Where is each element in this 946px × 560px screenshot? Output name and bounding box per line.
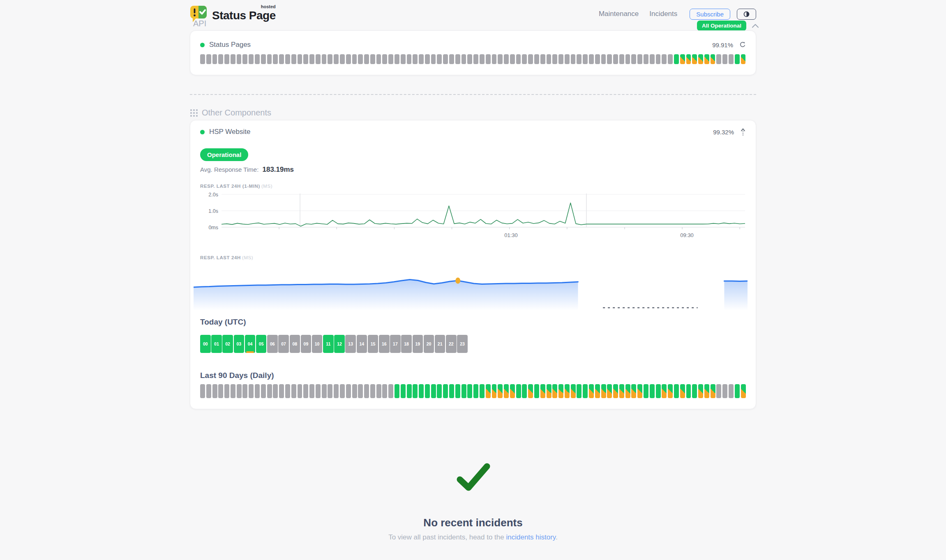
today-title: Today (UTC) xyxy=(200,318,746,327)
uptime-bar xyxy=(711,384,715,398)
uptime-bar xyxy=(334,54,339,64)
uptime-bar xyxy=(388,384,393,398)
hour-label: 01 xyxy=(214,341,219,346)
response-time-line-chart[interactable]: 2.0s1.0s0ms01:3009:30 xyxy=(200,191,747,241)
uptime-bar xyxy=(298,54,302,64)
uptime-bar xyxy=(480,54,485,64)
logo-superscript: hosted xyxy=(261,4,276,9)
uptime-bar xyxy=(407,54,412,64)
trend-up-icon xyxy=(740,128,746,136)
uptime-bar-strip[interactable] xyxy=(200,54,746,64)
svg-text:1.0s: 1.0s xyxy=(208,208,218,214)
component-row: HSP Website 99.32% xyxy=(200,128,746,136)
status-dot xyxy=(200,130,205,134)
hour-label: 03 xyxy=(236,341,241,346)
uptime-bar xyxy=(224,54,229,64)
uptime-bar xyxy=(473,54,478,64)
uptime-bar xyxy=(565,54,570,64)
uptime-bar xyxy=(200,384,205,398)
refresh-button[interactable] xyxy=(739,41,746,48)
uptime-bar xyxy=(437,54,442,64)
uptime-bar xyxy=(352,54,357,64)
hour-block-14: 14 xyxy=(357,335,367,353)
overall-status-badge[interactable]: All Operational xyxy=(697,21,746,31)
last90-day-strip[interactable] xyxy=(200,384,746,398)
uptime-bar xyxy=(716,54,721,64)
theme-toggle-button[interactable] xyxy=(737,9,756,20)
uptime-bar xyxy=(619,54,624,64)
uptime-bar xyxy=(741,384,746,398)
no-incidents-title: No recent incidents xyxy=(190,516,756,529)
uptime-bar xyxy=(364,54,369,64)
uptime-bar xyxy=(376,384,381,398)
uptime-bar xyxy=(425,384,430,398)
nav-incidents[interactable]: Incidents xyxy=(649,10,677,18)
uptime-percentage: 99.32% xyxy=(713,129,734,136)
uptime-bar xyxy=(722,384,727,398)
uptime-bar xyxy=(558,54,563,64)
uptime-bar xyxy=(510,54,515,64)
uptime-bar xyxy=(328,384,332,398)
uptime-bar xyxy=(656,384,661,398)
uptime-bar xyxy=(540,54,545,64)
uptime-bar xyxy=(449,384,454,398)
uptime-bar xyxy=(407,384,412,398)
uptime-bar xyxy=(231,54,235,64)
nav-maintenance[interactable]: Maintenance xyxy=(599,10,639,18)
uptime-bar xyxy=(631,54,636,64)
chevron-up-icon[interactable] xyxy=(751,23,759,29)
response-time-area-chart[interactable] xyxy=(194,267,748,316)
uptime-bar xyxy=(249,54,254,64)
uptime-bar xyxy=(279,384,284,398)
uptime-percentage: 99.91% xyxy=(712,41,733,48)
operational-badge: Operational xyxy=(200,148,248,161)
uptime-bar xyxy=(473,384,478,398)
uptime-bar xyxy=(735,384,740,398)
uptime-bar xyxy=(322,54,327,64)
uptime-bar xyxy=(704,54,709,64)
uptime-bar xyxy=(674,384,679,398)
uptime-bar xyxy=(601,384,606,398)
uptime-bar xyxy=(237,54,242,64)
subtext-prefix: To view all past incidents, head to the xyxy=(388,533,506,541)
hour-label: 11 xyxy=(326,341,330,346)
hour-label: 05 xyxy=(259,341,264,346)
uptime-bar xyxy=(741,54,746,64)
uptime-bar xyxy=(613,384,618,398)
uptime-bar xyxy=(231,384,235,398)
uptime-bar xyxy=(722,54,727,64)
uptime-bar xyxy=(522,54,527,64)
today-hour-strip[interactable]: 0001020304050607080910111213141516171819… xyxy=(200,335,746,353)
hour-block-10: 10 xyxy=(312,335,323,353)
uptime-bar xyxy=(711,54,715,64)
uptime-bar xyxy=(316,54,321,64)
uptime-bar xyxy=(668,384,673,398)
uptime-bar xyxy=(698,384,703,398)
uptime-bar xyxy=(595,384,600,398)
hour-label: 07 xyxy=(281,341,286,346)
hour-label: 17 xyxy=(393,341,398,346)
api-component-card: Status Pages 99.91% xyxy=(190,30,756,75)
degraded-marker xyxy=(246,351,254,353)
uptime-bar xyxy=(686,384,691,398)
uptime-bar xyxy=(267,384,272,398)
svg-text:09:30: 09:30 xyxy=(680,232,694,238)
uptime-bar xyxy=(552,384,557,398)
hour-block-13: 13 xyxy=(345,335,356,353)
uptime-bar xyxy=(467,384,472,398)
contrast-icon xyxy=(743,11,750,17)
subscribe-button[interactable]: Subscribe xyxy=(690,9,730,20)
incidents-history-link[interactable]: incidents history xyxy=(506,533,556,541)
uptime-bar xyxy=(285,384,290,398)
uptime-bar xyxy=(370,384,375,398)
uptime-bar xyxy=(261,384,266,398)
hour-block-05: 05 xyxy=(256,335,267,353)
uptime-bar xyxy=(328,54,332,64)
uptime-bar xyxy=(662,54,667,64)
uptime-bar xyxy=(334,384,339,398)
uptime-bar xyxy=(431,54,436,64)
uptime-bar xyxy=(431,384,436,398)
uptime-bar xyxy=(285,54,290,64)
uptime-bar xyxy=(401,54,406,64)
hour-block-07: 07 xyxy=(278,335,289,353)
